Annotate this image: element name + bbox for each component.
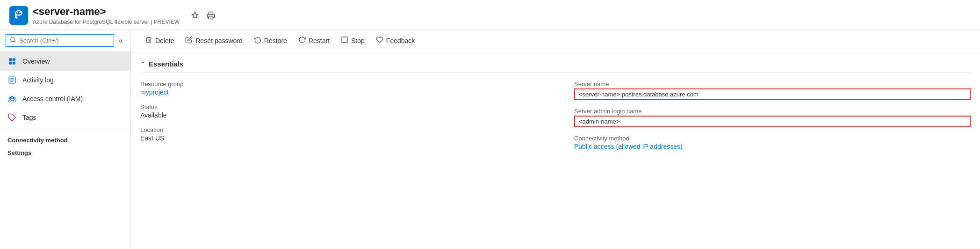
- server-name-field: Server name <server-name>.postres.databa…: [574, 81, 971, 100]
- header-info: <server-name> Azure Database for Postgre…: [33, 6, 180, 25]
- svg-point-3: [16, 11, 22, 15]
- trash-icon: [145, 36, 152, 45]
- svg-point-18: [9, 97, 11, 99]
- content-area: Delete Reset password: [131, 29, 980, 249]
- location-field: Location East US: [140, 126, 555, 142]
- svg-point-2: [15, 17, 18, 19]
- resource-group-value[interactable]: myproject: [140, 88, 555, 96]
- stop-icon: [341, 36, 348, 45]
- server-icon: [9, 6, 28, 25]
- svg-point-4: [17, 12, 18, 14]
- essentials-left: Resource group myproject Status Availabl…: [140, 81, 555, 150]
- connectivity-label: Connectivity method: [574, 135, 971, 142]
- iam-icon: [7, 94, 17, 103]
- restore-icon: [254, 36, 261, 45]
- stop-button[interactable]: Stop: [336, 33, 369, 48]
- sidebar-item-tags[interactable]: Tags: [0, 108, 130, 127]
- essentials-header: ⌃ Essentials: [140, 60, 971, 73]
- postgres-svg: [12, 9, 25, 22]
- status-field: Status Available: [140, 103, 555, 119]
- server-name-label: Server name: [574, 81, 971, 88]
- page-subtitle: Azure Database for PostgreSQL flexible s…: [33, 19, 180, 25]
- admin-login-label: Server admin login name: [574, 108, 971, 115]
- restore-label: Restore: [264, 37, 287, 44]
- admin-login-value: <admin-name>: [574, 116, 971, 127]
- resource-group-label: Resource group: [140, 81, 555, 88]
- sidebar-item-activity-log-label: Activity log: [22, 76, 54, 84]
- search-box: [6, 34, 114, 47]
- svg-point-17: [11, 96, 14, 99]
- collapse-button[interactable]: «: [117, 35, 125, 47]
- settings-label: Settings: [0, 146, 130, 161]
- stop-label: Stop: [351, 37, 365, 44]
- svg-point-7: [11, 37, 15, 42]
- reset-password-button[interactable]: Reset password: [180, 33, 247, 48]
- essentials-right: Server name <server-name>.postres.databa…: [555, 81, 971, 150]
- search-container: «: [0, 29, 130, 52]
- sidebar-item-activity-log[interactable]: Activity log: [0, 71, 130, 89]
- essentials-grid: Resource group myproject Status Availabl…: [140, 81, 971, 150]
- toolbar: Delete Reset password: [131, 29, 980, 52]
- search-input[interactable]: [19, 37, 110, 44]
- admin-login-field: Server admin login name <admin-name>: [574, 108, 971, 127]
- sidebar-item-iam-label: Access control (IAM): [22, 95, 83, 103]
- connectivity-field: Connectivity method Public access (allow…: [574, 135, 971, 150]
- feedback-button[interactable]: Feedback: [371, 33, 419, 48]
- svg-rect-9: [9, 58, 12, 61]
- restore-button[interactable]: Restore: [249, 33, 292, 48]
- feedback-label: Feedback: [386, 37, 415, 44]
- delete-label: Delete: [155, 37, 174, 44]
- print-button[interactable]: [205, 9, 217, 22]
- location-value: East US: [140, 134, 555, 142]
- print-icon: [207, 11, 215, 20]
- page-title: <server-name>: [33, 6, 180, 18]
- resource-group-field: Resource group myproject: [140, 81, 555, 96]
- main-area: « Overview: [0, 29, 980, 249]
- status-value: Available: [140, 111, 555, 119]
- overview-icon: [7, 57, 17, 66]
- edit-icon: [185, 36, 193, 45]
- settings-section-title: Connectivity method: [0, 131, 130, 146]
- svg-rect-12: [13, 62, 15, 65]
- essentials-section: ⌃ Essentials Resource group myproject St…: [131, 52, 980, 158]
- feedback-icon: [376, 36, 383, 45]
- sidebar-item-tags-label: Tags: [22, 114, 36, 121]
- essentials-title: Essentials: [149, 60, 183, 68]
- server-name-value: <server-name>.postres.database.azure.com: [574, 88, 971, 100]
- sidebar-item-iam[interactable]: Access control (IAM): [0, 89, 130, 108]
- svg-point-19: [14, 97, 15, 99]
- restart-icon: [298, 36, 306, 45]
- svg-rect-11: [9, 62, 12, 65]
- status-label: Status: [140, 103, 555, 110]
- sidebar: « Overview: [0, 29, 131, 249]
- svg-point-5: [19, 12, 21, 14]
- svg-rect-10: [13, 58, 15, 61]
- restart-button[interactable]: Restart: [294, 33, 334, 48]
- sidebar-item-overview-label: Overview: [22, 58, 50, 65]
- search-icon: [10, 37, 16, 44]
- activity-log-icon: [7, 75, 17, 85]
- chevron-up-icon: ⌃: [140, 61, 145, 67]
- tags-icon: [7, 113, 17, 122]
- app-layout: <server-name> Azure Database for Postgre…: [0, 0, 980, 249]
- svg-rect-21: [342, 37, 347, 43]
- pin-button[interactable]: [189, 9, 201, 22]
- reset-password-label: Reset password: [195, 37, 242, 44]
- pin-icon: [191, 11, 199, 20]
- location-label: Location: [140, 126, 555, 133]
- svg-rect-6: [209, 16, 213, 19]
- connectivity-value[interactable]: Public access (allowed IP addresses): [574, 143, 971, 150]
- restart-label: Restart: [309, 37, 330, 44]
- header-actions: [189, 9, 217, 22]
- sidebar-item-overview[interactable]: Overview: [0, 52, 130, 71]
- page-header: <server-name> Azure Database for Postgre…: [0, 0, 980, 29]
- nav-divider: [0, 129, 130, 129]
- svg-line-8: [14, 41, 16, 43]
- delete-button[interactable]: Delete: [140, 33, 179, 48]
